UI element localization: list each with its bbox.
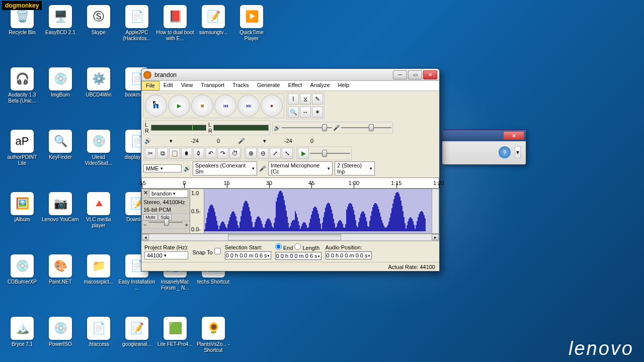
- playback-speed-slider[interactable]: [310, 149, 350, 158]
- dropdown-icon[interactable]: ▾: [263, 138, 266, 144]
- menu-item-transport[interactable]: Transport: [197, 81, 228, 90]
- dropdown-icon[interactable]: ▾: [170, 138, 173, 144]
- mute-button[interactable]: Mute: [143, 214, 157, 220]
- sync-lock-icon[interactable]: ⏱: [229, 148, 240, 159]
- input-channels-dropdown[interactable]: 2 (Stereo) Inp: [335, 161, 375, 175]
- close-button[interactable]: ✕: [423, 70, 437, 79]
- maximize-button[interactable]: ▭: [408, 70, 422, 79]
- desktop-icon[interactable]: 💿Ulead VideoStud...: [79, 130, 118, 190]
- play-at-speed-icon[interactable]: ▶: [298, 148, 309, 159]
- dialog-close-button[interactable]: ✕: [504, 132, 524, 140]
- project-rate-dropdown[interactable]: 44100: [144, 251, 188, 259]
- window-title: brandon: [154, 71, 392, 78]
- help-icon[interactable]: ?: [499, 146, 511, 158]
- envelope-tool-icon[interactable]: ⧖: [300, 94, 311, 105]
- stop-button[interactable]: ■: [191, 95, 213, 117]
- menu-item-effect[interactable]: Effect: [284, 81, 306, 90]
- desktop-icon[interactable]: 🎨Paint.NET: [41, 254, 79, 315]
- desktop-icon[interactable]: 🖥️EasyBCD 2.1: [41, 5, 79, 65]
- pause-button[interactable]: ▮▮: [145, 95, 167, 117]
- desktop-icon[interactable]: 🖼️jAlbum: [3, 192, 41, 252]
- timeshift-tool-icon[interactable]: ↔: [300, 107, 311, 118]
- trim-icon[interactable]: ⧯: [181, 148, 192, 159]
- desktop-icon-glyph: ⚙️: [87, 67, 110, 90]
- snap-to-checkbox[interactable]: [214, 248, 221, 254]
- menu-item-edit[interactable]: Edit: [159, 81, 177, 90]
- horizontal-scrollbar[interactable]: ◂ ▸: [141, 234, 439, 241]
- track-close-icon[interactable]: ✕: [143, 190, 148, 198]
- track-name-dropdown[interactable]: brandon: [149, 190, 188, 198]
- selection-tool-icon[interactable]: I: [288, 94, 299, 105]
- selection-start-time[interactable]: 0 0 h 0 0 m 0 6 s▾: [225, 251, 271, 259]
- desktop-icon[interactable]: 📝samsungtv...: [194, 5, 232, 65]
- desktop-icon-label: Bryce 7.1: [12, 341, 33, 347]
- desktop-icon[interactable]: 📁macosxpict...: [79, 254, 118, 315]
- length-radio[interactable]: [294, 243, 301, 250]
- scroll-right-icon[interactable]: ▸: [432, 234, 439, 240]
- play-button[interactable]: ▶: [168, 95, 190, 117]
- skip-end-button[interactable]: ⏭: [237, 95, 260, 117]
- menu-item-generate[interactable]: Generate: [253, 81, 284, 90]
- draw-tool-icon[interactable]: ✎: [312, 94, 323, 105]
- desktop-icon[interactable]: ▶️QuickTime Player: [232, 5, 271, 65]
- audio-host-dropdown[interactable]: MME: [143, 164, 182, 172]
- redo-icon[interactable]: ↷: [217, 148, 228, 159]
- zoom-in-icon[interactable]: ⊕: [246, 148, 257, 159]
- desktop-icon[interactable]: 🟩Lite FET-Pro4...: [156, 317, 194, 362]
- fit-project-icon[interactable]: ⤡: [282, 148, 293, 159]
- desktop-icon[interactable]: ⓈSkype: [79, 5, 118, 65]
- output-volume-slider[interactable]: [282, 123, 332, 132]
- desktop-icon[interactable]: aPauthorPOINT Lite: [3, 130, 41, 190]
- paste-icon[interactable]: 📋: [169, 148, 180, 159]
- desktop-icon[interactable]: 💿CDBurnerXP: [3, 254, 41, 315]
- desktop-icon[interactable]: 📷Lenovo YouCam: [41, 192, 79, 252]
- menu-item-tracks[interactable]: Tracks: [228, 81, 253, 90]
- copy-icon[interactable]: ⧉: [157, 148, 168, 159]
- desktop-icon-glyph: 🌻: [202, 317, 225, 340]
- selection-end-time[interactable]: 0 0 h 0 0 m 0 6 s▾: [275, 252, 321, 260]
- silence-icon[interactable]: ⧮: [193, 148, 204, 159]
- desktop-icon[interactable]: 📕How to dual boot with E...: [156, 5, 194, 65]
- desktop-icon[interactable]: 🔺VLC media player: [79, 192, 118, 252]
- desktop-icon[interactable]: 🔍KeyFinder: [41, 130, 79, 190]
- record-button[interactable]: ●: [261, 95, 283, 117]
- output-device-dropdown[interactable]: Speakers (Conexant Sm: [193, 161, 257, 175]
- audio-position-time[interactable]: 0 0 h 0 0 m 0 0 s▾: [326, 251, 372, 259]
- desktop-icon-label: Apple2PC (Hackintos...: [118, 30, 156, 42]
- waveform-display[interactable]: [204, 189, 432, 233]
- desktop-icon[interactable]: 🎧Audacity 1.3 Beta (Unic...: [3, 67, 41, 128]
- input-volume-slider[interactable]: [341, 123, 391, 132]
- help-dropdown-icon[interactable]: ▾: [515, 146, 521, 158]
- fit-selection-icon[interactable]: ⤢: [270, 148, 281, 159]
- desktop-icon[interactable]: 📝googleanal...: [118, 317, 156, 362]
- desktop-icon[interactable]: ⚙️UBCD4Win: [79, 67, 118, 128]
- desktop-icon[interactable]: 📄Apple2PC (Hackintos...: [118, 5, 156, 65]
- desktop-icon[interactable]: 🏔️Bryce 7.1: [3, 317, 41, 362]
- minimize-button[interactable]: ─: [393, 70, 407, 79]
- desktop-icon-glyph: 🖼️: [11, 192, 34, 215]
- multi-tool-icon[interactable]: ✶: [312, 107, 323, 118]
- zoom-out-icon[interactable]: ⊖: [258, 148, 269, 159]
- menu-item-help[interactable]: Help: [334, 81, 354, 90]
- status-bar: Actual Rate: 44100: [141, 262, 439, 271]
- desktop-icon[interactable]: 💿PowerISO: [41, 317, 79, 362]
- menu-item-file[interactable]: File: [141, 81, 159, 90]
- desktop-icon[interactable]: 🗑️Recycle Bin: [3, 5, 41, 65]
- window-titlebar[interactable]: brandon ─ ▭ ✕: [141, 69, 439, 81]
- menu-item-view[interactable]: View: [177, 81, 197, 90]
- timeline-ruler[interactable]: -1501530451:001:151:30: [141, 177, 439, 189]
- end-radio[interactable]: [275, 243, 282, 250]
- skip-start-button[interactable]: ⏮: [214, 95, 236, 117]
- scroll-left-icon[interactable]: ◂: [142, 234, 149, 240]
- desktop-icon[interactable]: 📄.htaccess: [79, 317, 118, 362]
- input-device-dropdown[interactable]: Internal Microphone (Cc: [268, 161, 333, 175]
- zoom-tool-icon[interactable]: 🔍: [288, 107, 299, 118]
- desktop-icon[interactable]: 💿ImgBurn: [41, 67, 79, 128]
- desktop-icon-label: techs Shortcut: [197, 279, 229, 285]
- desktop-icon-label: Lite FET-Pro4...: [157, 341, 193, 347]
- vertical-scrollbar[interactable]: [432, 189, 439, 233]
- cut-icon[interactable]: ✂: [145, 148, 156, 159]
- menu-item-analyze[interactable]: Analyze: [306, 81, 334, 90]
- desktop-icon[interactable]: 🌻PlantsVsZo... - Shortcut: [194, 317, 232, 362]
- undo-icon[interactable]: ↶: [205, 148, 216, 159]
